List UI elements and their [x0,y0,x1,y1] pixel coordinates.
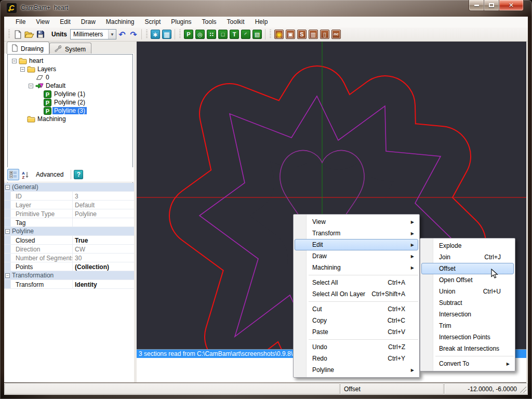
menubar-item-help[interactable]: Help [250,17,273,28]
context-menu-item-edit[interactable]: Edit▶ [295,239,418,250]
tree-item-0[interactable]: 0 [8,73,132,82]
submenu-item-trim[interactable]: Trim [421,320,514,331]
property-name[interactable]: Direction [11,245,73,253]
submenu-item-intersection-points[interactable]: Intersection Points [421,331,514,343]
tree-item-layers[interactable]: −Layers [8,65,132,73]
grid-row-points[interactable]: Points(Collection) [4,262,134,271]
grid-icon[interactable]: ▦ [161,29,172,40]
grid-row-primitive-type[interactable]: Primitive TypePolyline [4,209,134,218]
property-name[interactable]: Tag [11,218,73,227]
tree-item-label[interactable]: heart [28,57,45,64]
grid-row-transform[interactable]: TransformIdentity [4,280,134,289]
tree-item-heart[interactable]: −heart [8,57,132,65]
property-value[interactable]: Polyline [73,209,134,218]
toolpath-icon[interactable]: ◉ [273,29,285,40]
grid-row-id[interactable]: ID3 [4,192,134,201]
tree-item-polyline-2[interactable]: PPolyline (2) [8,98,132,107]
resize-grip[interactable] [520,386,526,393]
circle-icon[interactable]: ◎ [194,29,206,40]
tree-item-label[interactable]: Polyline (1) [52,90,87,98]
alphabetical-sort-button[interactable]: AZ [19,169,31,180]
property-name[interactable]: Primitive Type [11,209,73,218]
property-name[interactable]: Closed [11,236,73,244]
tree-item-machining[interactable]: Machining [8,115,132,123]
property-value[interactable]: 3 [73,192,134,200]
axes-icon[interactable]: ∗ [150,29,161,40]
context-menu-item-machining[interactable]: Machining▶ [295,262,418,273]
submenu-item-subtract[interactable]: Subtract [421,297,514,309]
tab-system[interactable]: System [49,43,91,54]
grid-row-layer[interactable]: LayerDefault [4,201,134,209]
property-name[interactable]: Points [11,262,73,271]
tree-expander-icon[interactable]: − [12,59,17,63]
property-name[interactable]: ID [11,192,73,200]
menubar-item-tools[interactable]: Tools [197,17,222,28]
tree-item-default[interactable]: −Default [8,82,132,90]
advanced-button[interactable]: Advanced [31,169,68,180]
grid-row-number-of-segments[interactable]: Number of Segments30 [4,254,134,262]
tree-item-label[interactable]: Polyline (3) [52,107,87,114]
property-value[interactable]: CW [73,245,134,253]
categorized-view-button[interactable] [7,169,19,180]
category-expander-icon[interactable]: − [5,273,10,278]
menubar-item-draw[interactable]: Draw [76,17,101,28]
context-menu-item-undo[interactable]: UndoCtrl+Z [295,341,418,353]
menubar-item-file[interactable]: File [10,17,31,28]
text-icon[interactable]: T [229,29,240,40]
engrave-icon[interactable]: S [296,29,308,40]
context-menu-item-paste[interactable]: PasteCtrl+V [295,326,418,338]
category-expander-icon[interactable]: − [5,185,10,190]
context-menu-item-redo[interactable]: RedoCtrl+Y [295,353,418,364]
gcode-icon[interactable]: nc [330,29,342,40]
submenu-item-explode[interactable]: Explode [421,240,514,251]
surface-icon[interactable]: ▧ [251,29,263,40]
menubar-item-view[interactable]: View [31,17,55,28]
submenu-item-offset[interactable]: Offset [421,263,514,274]
property-value[interactable]: 30 [73,254,134,262]
points-icon[interactable]: ∷ [206,29,217,40]
help-icon[interactable]: ? [74,170,83,179]
lathe-icon[interactable]: ▯ [319,29,330,40]
submenu-item-intersection[interactable]: Intersection [421,309,514,320]
menubar-item-edit[interactable]: Edit [55,17,76,28]
context-menu-item-draw[interactable]: Draw▶ [295,250,418,262]
context-menu-item-select-all-on-layer[interactable]: Select All On LayerCtrl+Shift+A [295,288,418,300]
property-name[interactable]: Transform [11,280,73,288]
property-value[interactable] [73,218,134,227]
minimize-button[interactable] [469,0,484,11]
redo-icon[interactable]: ↷ [128,29,139,40]
submenu-item-union[interactable]: UnionCtrl+U [421,286,514,297]
title-bar[interactable]: C CamBam+ heart ✕ [0,0,532,17]
tree-item-polyline-3[interactable]: PPolyline (3) [8,107,132,115]
tree-item-label[interactable]: 0 [44,74,51,81]
property-value[interactable]: (Collection) [73,262,134,271]
tree-item-label[interactable]: Default [44,82,67,89]
property-name[interactable]: Number of Segments [11,254,73,262]
new-file-icon[interactable] [12,29,23,40]
tree-expander-icon[interactable]: − [20,67,25,72]
menubar-item-script[interactable]: Script [140,17,166,28]
submenu-item-convert-to[interactable]: Convert To▶ [421,358,514,369]
context-menu-item-cut[interactable]: CutCtrl+X [295,303,418,315]
save-icon[interactable] [35,29,46,40]
menubar-item-toolkit[interactable]: Toolkit [222,17,250,28]
grid-category-general[interactable]: −(General) [4,183,134,192]
tree-expander-icon[interactable]: − [29,84,33,88]
grid-category-polyline[interactable]: −Polyline [4,227,134,236]
category-expander-icon[interactable]: − [5,229,10,234]
open-folder-icon[interactable] [23,29,35,40]
grid-row-closed[interactable]: ClosedTrue [4,236,134,245]
property-value[interactable]: Default [73,201,134,209]
tree-item-polyline-1[interactable]: PPolyline (1) [8,90,132,98]
grid-category-transformation[interactable]: −Transformation [4,271,134,280]
polyline-icon[interactable]: P [183,29,194,40]
arc-icon[interactable]: ◜ [240,29,251,40]
context-menu-item-polyline[interactable]: Polyline▶ [295,364,418,376]
tree-item-label[interactable]: Machining [36,115,68,123]
submenu-item-open-offset[interactable]: Open Offset [421,274,514,286]
grid-row-direction[interactable]: DirectionCW [4,245,134,254]
units-dropdown-arrow-icon[interactable]: ▼ [108,30,116,39]
property-value[interactable]: Identity [73,280,134,288]
context-menu-item-copy[interactable]: CopyCtrl+C [295,315,418,326]
context-menu-item-transform[interactable]: Transform▶ [295,228,418,239]
